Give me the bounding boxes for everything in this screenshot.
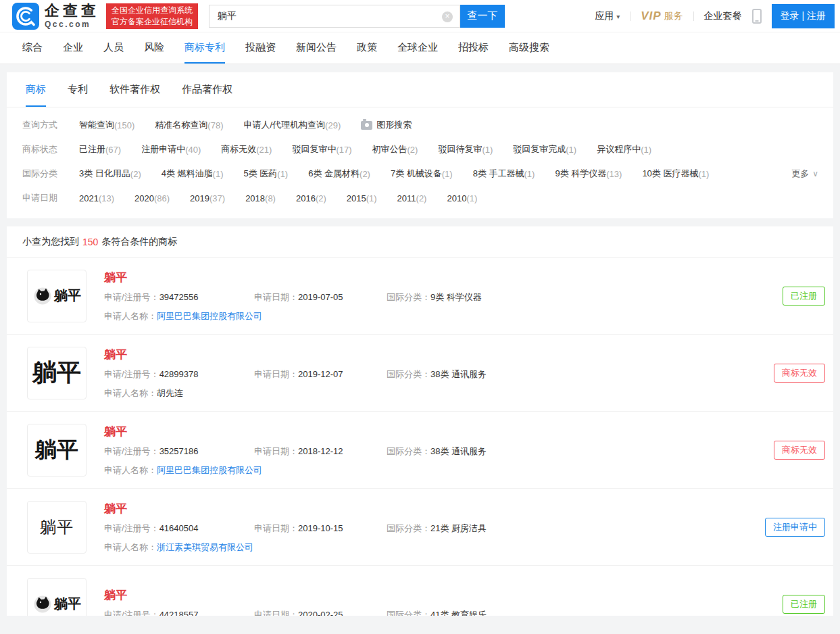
filter-option[interactable]: 智能查询(150)	[79, 119, 134, 131]
nav-tab-4[interactable]: 商标专利	[184, 32, 225, 64]
nav-tab-7[interactable]: 政策	[357, 32, 377, 64]
brand: 企查查 Qcc.com	[45, 3, 99, 29]
filter-row: 国际分类3类 日化用品(2)4类 燃料油脂(1)5类 医药(1)6类 金属材料(…	[22, 162, 820, 186]
filter-option[interactable]: 4类 燃料油脂(1)	[162, 168, 224, 180]
subnav-tab-3[interactable]: 作品著作权	[182, 72, 232, 107]
applicant-name[interactable]: 阿里巴巴集团控股有限公司	[157, 311, 262, 321]
result-item[interactable]: 躺平躺平申请/注册号：39472556申请日期：2019-07-05国际分类：9…	[7, 258, 833, 335]
status-badge: 已注册	[783, 287, 825, 306]
filter-option[interactable]: 驳回待复审(1)	[438, 143, 493, 155]
nav-tab-2[interactable]: 人员	[103, 32, 124, 64]
filter-option[interactable]: 5类 医药(1)	[243, 168, 288, 180]
apps-menu[interactable]: 应用▾	[595, 10, 620, 22]
trademark-title[interactable]: 躺平	[104, 270, 783, 285]
filter-option[interactable]: 2021(13)	[79, 193, 114, 203]
filter-option[interactable]: 已注册(67)	[79, 143, 121, 155]
filter-option[interactable]: 2011(2)	[397, 193, 427, 203]
result-item[interactable]: 躺平躺平申请/注册号：44218557申请日期：2020-02-25国际分类：4…	[7, 566, 833, 616]
status-badge: 商标无效	[774, 364, 825, 383]
subnav-tab-0[interactable]: 商标	[26, 72, 46, 107]
applicant-name[interactable]: 浙江素美琪贸易有限公司	[157, 542, 253, 552]
trademark-image: 躺平	[27, 578, 87, 616]
search-button[interactable]: 查一下	[460, 5, 505, 28]
trademark-image: 躺平	[27, 347, 87, 399]
filter-option[interactable]: 3类 日化用品(2)	[79, 168, 141, 180]
brand-domain: Qcc.com	[45, 20, 99, 29]
gov-credential-badge: 全国企业信用查询系统 官方备案企业征信机构	[106, 3, 198, 29]
nav-tab-0[interactable]: 综合	[22, 32, 43, 64]
vip-logo: VIP	[641, 9, 661, 23]
trademark-image-text: 躺平	[40, 516, 74, 538]
result-item[interactable]: 躺平躺平申请/注册号：42899378申请日期：2019-12-07国际分类：3…	[7, 335, 833, 412]
divider	[693, 11, 694, 21]
trademark-title[interactable]: 躺平	[104, 347, 774, 362]
filter-option[interactable]: 8类 手工器械(1)	[473, 168, 535, 180]
topbar: 企查查 Qcc.com 全国企业信用查询系统 官方备案企业征信机构 × 查一下 …	[0, 0, 840, 32]
filter-option[interactable]: 驳回复审完成(1)	[513, 143, 576, 155]
filter-option[interactable]: 9类 科学仪器(13)	[555, 168, 622, 180]
filter-option[interactable]: 7类 机械设备(1)	[391, 168, 453, 180]
filter-option[interactable]: 驳回复审中(17)	[292, 143, 351, 155]
trademark-title[interactable]: 躺平	[104, 424, 774, 439]
application-date: 申请日期：2018-12-12	[254, 445, 387, 458]
filter-option[interactable]: 异议程序中(1)	[597, 143, 651, 155]
filter-options: 3类 日化用品(2)4类 燃料油脂(1)5类 医药(1)6类 金属材料(2)7类…	[79, 168, 791, 180]
filter-option[interactable]: 注册申请中(40)	[141, 143, 201, 155]
filter-label: 国际分类	[22, 168, 79, 180]
nav-tab-10[interactable]: 高级搜索	[509, 32, 549, 64]
nav-tab-3[interactable]: 风险	[144, 32, 164, 64]
filter-option[interactable]: 2019(37)	[190, 193, 225, 203]
summary-prefix: 小查为您找到	[22, 236, 79, 248]
qcc-logo-icon	[12, 3, 39, 30]
filter-option[interactable]: 精准名称查询(78)	[155, 119, 223, 131]
filter-option[interactable]: 2015(1)	[347, 193, 377, 203]
mobile-app-icon[interactable]	[752, 9, 762, 24]
filter-option[interactable]: 2010(1)	[447, 193, 477, 203]
filter-option[interactable]: 申请人/代理机构查询(29)	[243, 119, 341, 131]
camera-icon	[361, 121, 372, 130]
gov-badge-line1: 全国企业信用查询系统	[112, 5, 193, 16]
registration-number: 申请/注册号：39472556	[104, 291, 254, 303]
qcc-logo[interactable]: 企查查 Qcc.com 全国企业信用查询系统 官方备案企业征信机构	[12, 3, 198, 30]
nav-tab-8[interactable]: 全球企业	[397, 32, 438, 64]
clear-search-icon[interactable]: ×	[442, 11, 453, 22]
more-filters-link[interactable]: 更多∨	[791, 168, 820, 180]
filter-card: 商标专利软件著作权作品著作权 查询方式智能查询(150)精准名称查询(78)申请…	[7, 72, 833, 218]
filter-option[interactable]: 2016(2)	[296, 193, 326, 203]
filter-option[interactable]: 2018(8)	[245, 193, 276, 203]
subnav-tab-2[interactable]: 软件著作权	[109, 72, 160, 107]
result-item[interactable]: 躺平躺平申请/注册号：35257186申请日期：2018-12-12国际分类：3…	[7, 412, 833, 489]
nav-tab-1[interactable]: 企业	[63, 32, 83, 64]
filter-option[interactable]: 2020(86)	[134, 193, 170, 203]
caret-down-icon: ▾	[616, 13, 620, 20]
nav-tab-9[interactable]: 招投标	[458, 32, 489, 64]
filter-option[interactable]: 商标无效(21)	[221, 143, 272, 155]
intl-class: 国际分类：21类 厨房洁具	[387, 522, 487, 535]
search-input[interactable]	[209, 5, 460, 27]
trademark-title[interactable]: 躺平	[104, 501, 765, 516]
registration-number: 申请/注册号：42899378	[104, 368, 254, 381]
intl-class: 国际分类：9类 科学仪器	[387, 291, 482, 303]
registration-number: 申请/注册号：41640504	[104, 522, 254, 535]
trademark-title[interactable]: 躺平	[104, 587, 783, 603]
registration-number: 申请/注册号：35257186	[104, 445, 254, 458]
vip-service-link[interactable]: VIP 服务	[641, 9, 683, 23]
status-badge: 已注册	[783, 595, 825, 614]
nav-tab-6[interactable]: 新闻公告	[296, 32, 337, 64]
filter-options: 已注册(67)注册申请中(40)商标无效(21)驳回复审中(17)初审公告(2)…	[79, 143, 820, 155]
enterprise-package-link[interactable]: 企业套餐	[704, 10, 742, 22]
filter-option[interactable]: 初审公告(2)	[372, 143, 418, 155]
vip-service-label: 服务	[664, 10, 683, 22]
nav-tab-5[interactable]: 投融资	[245, 32, 276, 64]
login-register-button[interactable]: 登录 | 注册	[772, 4, 835, 28]
filter-option[interactable]: 6类 金属材料(2)	[308, 168, 370, 180]
results-card: 小查为您找到 150 条符合条件的商标 躺平躺平申请/注册号：39472556申…	[7, 226, 833, 616]
applicant-name[interactable]: 阿里巴巴集团控股有限公司	[157, 465, 262, 475]
result-item[interactable]: 躺平躺平申请/注册号：41640504申请日期：2019-10-15国际分类：2…	[7, 489, 833, 566]
divider	[630, 11, 631, 21]
filter-option[interactable]: 图形搜索	[361, 119, 412, 131]
filter-option[interactable]: 10类 医疗器械(1)	[642, 168, 709, 180]
trademark-image-text: 躺平	[54, 595, 81, 613]
filter-label: 申请日期	[22, 192, 79, 204]
subnav-tab-1[interactable]: 专利	[68, 72, 88, 107]
